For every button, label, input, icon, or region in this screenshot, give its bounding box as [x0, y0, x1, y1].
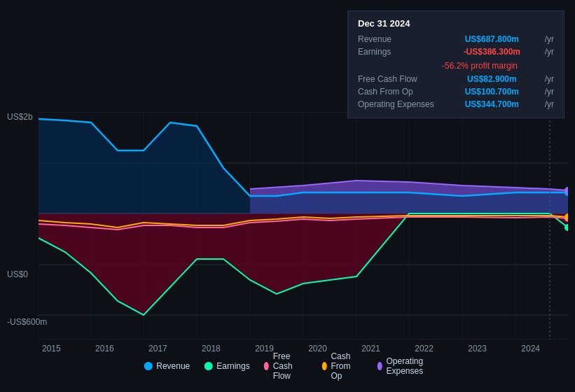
legend-item-opex[interactable]: Operating Expenses — [377, 356, 431, 376]
tooltip-label-fcf: Free Cash Flow — [358, 74, 442, 84]
legend-dot-cashfromop — [321, 362, 326, 370]
y-label-top: US$2b — [7, 112, 33, 122]
tooltip-unit-opex: /yr — [545, 99, 554, 109]
legend-item-earnings[interactable]: Earnings — [204, 361, 249, 371]
tooltip-unit-revenue: /yr — [545, 34, 554, 44]
legend-label-cashfromop: Cash From Op — [331, 351, 363, 381]
tooltip-label-earnings: Earnings — [358, 47, 442, 57]
legend-label-revenue: Revenue — [156, 361, 190, 371]
chart-container: Dec 31 2024 Revenue US$687.800m /yr Earn… — [0, 0, 575, 392]
legend-dot-opex — [377, 362, 382, 370]
y-label-zero: US$0 — [7, 270, 28, 279]
tooltip-value-opex: US$344.700m — [465, 99, 519, 109]
legend-label-opex: Operating Expenses — [386, 356, 431, 376]
tooltip-value-cashfromop: US$100.700m — [465, 87, 519, 97]
profit-margin-row: -56.2% profit margin — [358, 58, 554, 73]
tooltip-date: Dec 31 2024 — [358, 18, 554, 29]
tooltip-value-revenue: US$687.800m — [465, 34, 519, 44]
tooltip-box: Dec 31 2024 Revenue US$687.800m /yr Earn… — [347, 10, 564, 118]
tooltip-unit-earnings: /yr — [545, 47, 554, 57]
x-label-2016: 2016 — [95, 344, 114, 354]
tooltip-unit-fcf: /yr — [545, 74, 554, 84]
profit-margin-text: -56.2% profit margin — [442, 61, 518, 71]
tooltip-label-revenue: Revenue — [358, 34, 442, 44]
tooltip-row-earnings: Earnings -US$386.300m /yr — [358, 46, 554, 58]
legend-label-earnings: Earnings — [216, 361, 249, 371]
legend: Revenue Earnings Free Cash Flow Cash Fro… — [144, 351, 431, 381]
legend-dot-revenue — [144, 362, 152, 370]
x-label-2024: 2024 — [521, 344, 540, 354]
legend-item-cashfromop[interactable]: Cash From Op — [321, 351, 363, 381]
legend-dot-earnings — [204, 362, 212, 370]
tooltip-row-opex: Operating Expenses US$344.700m /yr — [358, 98, 554, 111]
tooltip-value-earnings: -US$386.300m — [464, 47, 520, 57]
tooltip-label-cashfromop: Cash From Op — [358, 87, 442, 97]
legend-item-revenue[interactable]: Revenue — [144, 361, 190, 371]
tooltip-row-fcf: Free Cash Flow US$82.900m /yr — [358, 73, 554, 85]
tooltip-value-fcf: US$82.900m — [467, 74, 517, 84]
x-label-2023: 2023 — [468, 344, 487, 354]
legend-dot-fcf — [264, 362, 269, 370]
x-label-2015: 2015 — [42, 344, 61, 354]
chart-svg — [39, 112, 568, 340]
tooltip-row-cashfromop: Cash From Op US$100.700m /yr — [358, 85, 554, 98]
tooltip-unit-cashfromop: /yr — [545, 87, 554, 97]
tooltip-label-opex: Operating Expenses — [358, 99, 442, 109]
chart-area — [39, 112, 568, 340]
legend-label-fcf: Free Cash Flow — [273, 351, 308, 381]
tooltip-row-revenue: Revenue US$687.800m /yr — [358, 33, 554, 46]
legend-item-fcf[interactable]: Free Cash Flow — [264, 351, 308, 381]
